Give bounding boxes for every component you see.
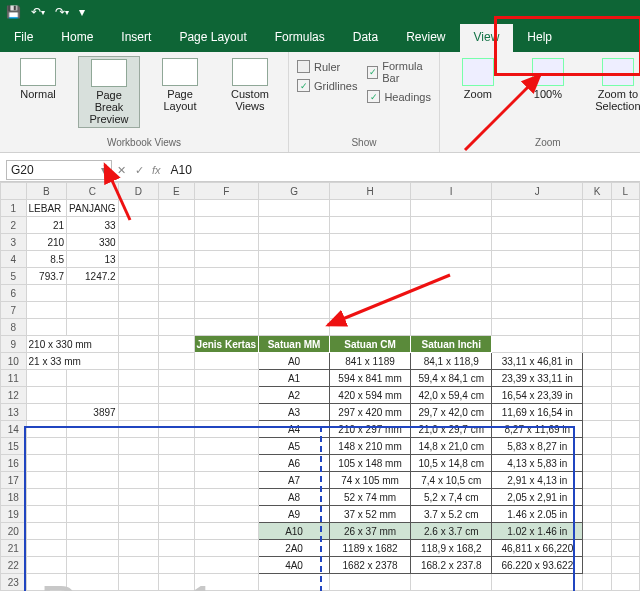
cell[interactable]: [611, 319, 639, 336]
cell[interactable]: [194, 489, 258, 506]
cell[interactable]: [194, 455, 258, 472]
cell[interactable]: [583, 438, 611, 455]
cell[interactable]: [194, 472, 258, 489]
cell[interactable]: [159, 540, 194, 557]
cell[interactable]: [194, 557, 258, 574]
cell[interactable]: A9: [259, 506, 330, 523]
cell[interactable]: Satuan Inchi: [411, 336, 492, 353]
cell[interactable]: [411, 217, 492, 234]
tab-formulas[interactable]: Formulas: [261, 24, 339, 52]
cell[interactable]: [159, 268, 194, 285]
fx-icon[interactable]: fx: [152, 164, 161, 176]
cell[interactable]: [259, 234, 330, 251]
worksheet-area[interactable]: BCDEFGHIJKL 1LEBARPANJANG22133321033048.…: [0, 182, 640, 591]
cell[interactable]: [583, 387, 611, 404]
cell[interactable]: 5,83 x 8,27 in: [492, 438, 583, 455]
cell[interactable]: A0: [259, 353, 330, 370]
cell[interactable]: 297 x 420 mm: [330, 404, 411, 421]
cell[interactable]: [259, 251, 330, 268]
normal-view-button[interactable]: Normal: [8, 56, 68, 102]
redo-icon[interactable]: ↷▾: [55, 5, 69, 19]
cell[interactable]: [159, 472, 194, 489]
cell[interactable]: [67, 387, 119, 404]
cell[interactable]: [259, 268, 330, 285]
cell[interactable]: [611, 353, 639, 370]
cell[interactable]: 21 x 33 mm: [26, 353, 118, 370]
cell[interactable]: [67, 438, 119, 455]
cell[interactable]: [492, 302, 583, 319]
cell[interactable]: [583, 353, 611, 370]
cell[interactable]: Satuan CM: [330, 336, 411, 353]
cell[interactable]: 210: [26, 234, 67, 251]
cell[interactable]: [67, 540, 119, 557]
cell[interactable]: [611, 302, 639, 319]
cell[interactable]: [492, 574, 583, 591]
cell[interactable]: [118, 319, 159, 336]
qat-customize-icon[interactable]: ▾: [79, 5, 85, 19]
cell[interactable]: [26, 421, 67, 438]
cell[interactable]: LEBAR: [26, 200, 67, 217]
cell[interactable]: [583, 506, 611, 523]
row-header[interactable]: 15: [1, 438, 27, 455]
cell[interactable]: 66.220 x 93.622: [492, 557, 583, 574]
cell[interactable]: [159, 370, 194, 387]
select-all-corner[interactable]: [1, 183, 27, 200]
cell[interactable]: [583, 319, 611, 336]
cell[interactable]: [159, 285, 194, 302]
cell[interactable]: [67, 489, 119, 506]
cell[interactable]: [194, 251, 258, 268]
cell[interactable]: [611, 387, 639, 404]
cell[interactable]: [583, 251, 611, 268]
cell[interactable]: [611, 404, 639, 421]
cell[interactable]: 10,5 x 14,8 cm: [411, 455, 492, 472]
cell[interactable]: [194, 421, 258, 438]
tab-view[interactable]: View: [460, 24, 514, 52]
column-header[interactable]: G: [259, 183, 330, 200]
cell[interactable]: A1: [259, 370, 330, 387]
cell[interactable]: [118, 251, 159, 268]
zoom-100-button[interactable]: 100%: [518, 56, 578, 102]
gridlines-checkbox[interactable]: ✓Gridlines: [297, 79, 357, 92]
cell[interactable]: 1682 x 2378: [330, 557, 411, 574]
cell[interactable]: [194, 574, 258, 591]
cell[interactable]: A6: [259, 455, 330, 472]
cell[interactable]: [194, 404, 258, 421]
row-header[interactable]: 14: [1, 421, 27, 438]
cell[interactable]: [411, 285, 492, 302]
cell[interactable]: [118, 421, 159, 438]
cell[interactable]: 11,69 x 16,54 in: [492, 404, 583, 421]
cell[interactable]: [583, 557, 611, 574]
cell[interactable]: [611, 251, 639, 268]
cell[interactable]: [118, 540, 159, 557]
cell[interactable]: [118, 489, 159, 506]
cell[interactable]: [26, 472, 67, 489]
cell[interactable]: [583, 472, 611, 489]
cell[interactable]: 84,1 x 118,9: [411, 353, 492, 370]
cell[interactable]: [194, 234, 258, 251]
enter-icon[interactable]: ✓: [130, 164, 148, 177]
cell[interactable]: [194, 200, 258, 217]
cell[interactable]: [194, 540, 258, 557]
cell[interactable]: [583, 285, 611, 302]
row-header[interactable]: 12: [1, 387, 27, 404]
cell[interactable]: [118, 506, 159, 523]
cell[interactable]: [159, 557, 194, 574]
cell[interactable]: [67, 506, 119, 523]
cell[interactable]: 37 x 52 mm: [330, 506, 411, 523]
cell[interactable]: 420 x 594 mm: [330, 387, 411, 404]
cell[interactable]: [67, 557, 119, 574]
cell[interactable]: [611, 489, 639, 506]
cell[interactable]: [492, 200, 583, 217]
column-header[interactable]: B: [26, 183, 67, 200]
column-header[interactable]: F: [194, 183, 258, 200]
cell[interactable]: [259, 319, 330, 336]
cell[interactable]: [411, 574, 492, 591]
cell[interactable]: [583, 336, 611, 353]
cell[interactable]: [583, 217, 611, 234]
cell[interactable]: [194, 438, 258, 455]
cell[interactable]: [194, 370, 258, 387]
cell[interactable]: Satuan MM: [259, 336, 330, 353]
tab-file[interactable]: File: [0, 24, 47, 52]
cell[interactable]: [194, 506, 258, 523]
zoom-to-selection-button[interactable]: Zoom to Selection: [588, 56, 640, 114]
